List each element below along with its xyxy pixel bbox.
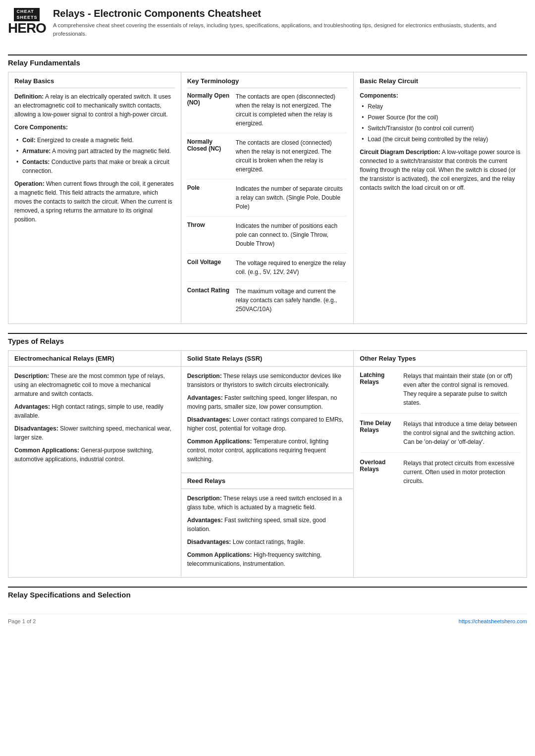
emr-disadvantages: Disadvantages: Slower switching speed, m… — [14, 424, 175, 442]
emr-description: Description: These are the most common t… — [14, 372, 175, 398]
basic-relay-circuit-panel: Basic Relay Circuit Components: Relay Po… — [354, 72, 527, 324]
emr-advantages: Advantages: High contact ratings, simple… — [14, 402, 175, 420]
term-def: Indicates the number of separate circuit… — [236, 184, 348, 211]
term-label: Contact Rating — [187, 287, 232, 314]
term-def: The contacts are closed (connected) when… — [236, 138, 348, 174]
ssr-disadvantages: Disadvantages: Lower contact ratings com… — [187, 415, 348, 433]
term-def: The voltage required to energize the rel… — [236, 259, 348, 276]
reed-applications: Common Applications: High-frequency swit… — [187, 550, 348, 568]
emr-heading: Electromechanical Relays (EMR) — [8, 351, 181, 366]
term-row-pole: Pole Indicates the number of separate ci… — [187, 184, 348, 216]
types-section-bottom-border — [8, 577, 527, 578]
term-row-no: Normally Open (NO) The contacts are open… — [187, 92, 348, 133]
relay-basics-heading: Relay Basics — [14, 77, 175, 88]
basic-relay-circuit-heading: Basic Relay Circuit — [360, 77, 521, 88]
relay-definition: Definition: A relay is an electrically o… — [14, 92, 175, 119]
key-terminology-heading: Key Terminology — [187, 77, 348, 88]
term-label: Normally Open (NO) — [187, 92, 232, 128]
section-types-of-relays: Types of Relays — [8, 333, 527, 345]
terminology-table: Normally Open (NO) The contacts are open… — [187, 92, 348, 319]
list-item: Armature: A moving part attracted by the… — [14, 147, 175, 156]
term-row-contact-rating: Contact Rating The maximum voltage and c… — [187, 287, 348, 319]
ssr-description: Description: These relays use semiconduc… — [187, 372, 348, 389]
reed-heading: Reed Relays — [181, 473, 354, 489]
latching-relays-desc: Relays that maintain their state (on or … — [403, 372, 521, 407]
list-item: Load (the circuit being controlled by th… — [360, 135, 521, 144]
relay-types-headers: Electromechanical Relays (EMR) Solid Sta… — [8, 350, 527, 366]
latching-relays-label: Latching Relays — [360, 372, 399, 407]
relay-basics-panel: Relay Basics Definition: A relay is an e… — [8, 72, 181, 324]
list-item: Coil: Energized to create a magnetic fie… — [14, 136, 175, 145]
term-def: The contacts are open (disconnected) whe… — [236, 92, 348, 128]
header-text: Relays - Electronic Components Cheatshee… — [53, 8, 527, 42]
emr-panel: Description: These are the most common t… — [8, 367, 181, 577]
term-row-throw: Throw Indicates the number of positions … — [187, 221, 348, 254]
list-item: Contacts: Conductive parts that make or … — [14, 158, 175, 175]
list-item: Power Source (for the coil) — [360, 113, 521, 122]
reed-advantages: Advantages: Fast switching speed, small … — [187, 516, 348, 534]
circuit-diagram-label: Circuit Diagram Description: — [360, 149, 440, 156]
reed-dis-text: Low contact ratings, fragile. — [233, 539, 305, 545]
ssr-applications: Common Applications: Temperature control… — [187, 437, 348, 464]
relay-fundamentals-grid: Relay Basics Definition: A relay is an e… — [8, 72, 527, 324]
page-footer: Page 1 of 2 https://cheatsheetshero.com — [8, 614, 527, 624]
term-def: Indicates the number of positions each p… — [236, 221, 348, 248]
list-item: Switch/Transistor (to control coil curre… — [360, 124, 521, 133]
ssr-panel: Description: These relays use semiconduc… — [181, 367, 354, 473]
footer-url[interactable]: https://cheatsheetshero.com — [459, 618, 527, 624]
page-header: CHEATSHEETS HERO Relays - Electronic Com… — [8, 8, 527, 46]
core-components-label: Core Components: — [14, 123, 175, 132]
circuit-components-list: Relay Power Source (for the coil) Switch… — [360, 102, 521, 144]
relay-types-main-content: Description: These are the most common t… — [8, 366, 527, 577]
operation-label: Operation: — [14, 180, 45, 187]
term-label: Pole — [187, 184, 232, 211]
core-components-list: Coil: Energized to create a magnetic fie… — [14, 136, 175, 175]
term-row-coil-voltage: Coil Voltage The voltage required to ene… — [187, 259, 348, 282]
ssr-reed-col: Description: These relays use semiconduc… — [181, 367, 354, 577]
page-number: Page 1 of 2 — [8, 618, 36, 624]
term-row-nc: Normally Closed (NC) The contacts are cl… — [187, 138, 348, 179]
reed-panel: Description: These relays use a reed swi… — [181, 489, 354, 577]
ssr-heading: Solid State Relays (SSR) — [181, 351, 354, 366]
time-delay-relays-row: Time Delay Relays Relays that introduce … — [360, 420, 521, 453]
emr-applications: Common Applications: General-purpose swi… — [14, 446, 175, 464]
page-description: A comprehensive cheat sheet covering the… — [53, 21, 527, 38]
list-item: Relay — [360, 102, 521, 111]
overload-relays-desc: Relays that protect circuits from excess… — [403, 459, 521, 486]
other-heading: Other Relay Types — [354, 351, 527, 366]
key-terminology-panel: Key Terminology Normally Open (NO) The c… — [181, 72, 354, 324]
page-title: Relays - Electronic Components Cheatshee… — [53, 8, 527, 19]
section-relay-specifications: Relay Specifications and Selection — [8, 587, 527, 599]
term-def: The maximum voltage and current the rela… — [236, 287, 348, 314]
logo-hero-text: HERO — [8, 21, 46, 35]
operation-text: Operation: When current flows through th… — [14, 179, 175, 224]
logo: CHEATSHEETS HERO — [8, 8, 46, 35]
overload-relays-label: Overload Relays — [360, 459, 399, 486]
time-delay-relays-label: Time Delay Relays — [360, 420, 399, 446]
term-label: Coil Voltage — [187, 259, 232, 276]
term-label: Throw — [187, 221, 232, 248]
time-delay-relays-desc: Relays that introduce a time delay betwe… — [403, 420, 521, 446]
definition-label: Definition: — [14, 93, 44, 100]
term-label: Normally Closed (NC) — [187, 138, 232, 174]
reed-description: Description: These relays use a reed swi… — [187, 494, 348, 512]
latching-relays-row: Latching Relays Relays that maintain the… — [360, 372, 521, 414]
other-relay-types-panel: Latching Relays Relays that maintain the… — [354, 367, 527, 577]
section-relay-fundamentals: Relay Fundamentals — [8, 54, 527, 67]
circuit-diagram-description: Circuit Diagram Description: A low-volta… — [360, 148, 521, 192]
logo-cheat-sheets: CHEATSHEETS — [14, 8, 40, 21]
ssr-advantages: Advantages: Faster switching speed, long… — [187, 393, 348, 411]
components-list-label: Components: — [360, 92, 521, 99]
overload-relays-row: Overload Relays Relays that protect circ… — [360, 459, 521, 491]
reed-disadvantages: Disadvantages: Low contact ratings, frag… — [187, 538, 348, 546]
